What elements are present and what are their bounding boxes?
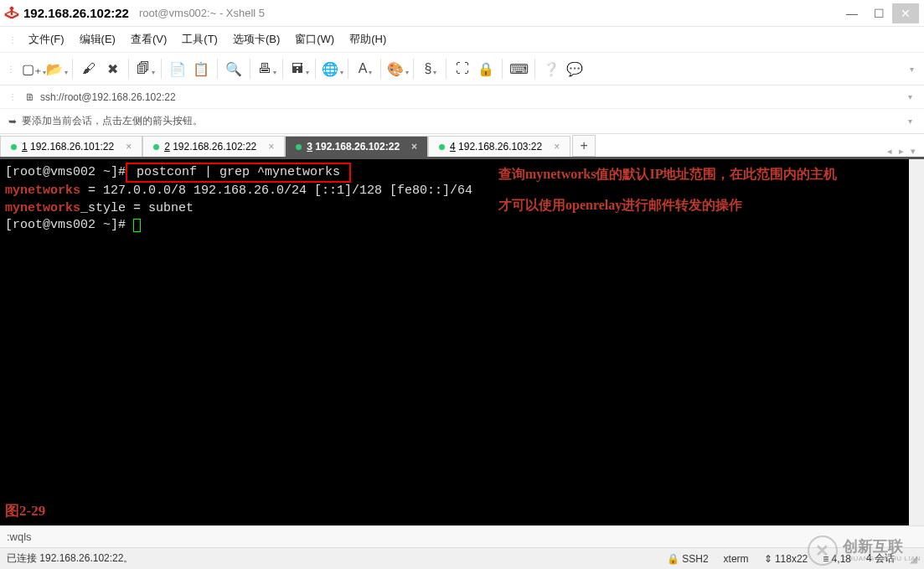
- figure-label: 图2-29: [5, 501, 45, 520]
- lock-icon[interactable]: 🔒: [475, 58, 497, 80]
- properties-icon[interactable]: 🗐: [134, 58, 156, 80]
- title-app: root@vms002:~ - Xshell 5: [139, 7, 265, 19]
- tab-label: 4 192.168.26.103:22: [450, 141, 542, 153]
- addressbar-overflow-icon[interactable]: ▾: [908, 92, 916, 101]
- copy-icon[interactable]: 📄: [167, 58, 188, 80]
- sessionbar-overflow-icon[interactable]: ▾: [908, 116, 916, 126]
- output-text: _style = subnet: [80, 201, 194, 215]
- add-tab-button[interactable]: +: [572, 135, 596, 157]
- open-icon[interactable]: 📂: [45, 58, 67, 80]
- tab-next-icon[interactable]: ▸: [899, 146, 904, 157]
- tab-close-icon[interactable]: ×: [268, 141, 274, 153]
- reconnect-icon[interactable]: 🖌: [78, 58, 100, 80]
- prompt: [root@vms002 ~]#: [5, 218, 133, 232]
- close-button[interactable]: ✕: [892, 3, 919, 23]
- toolbar-separator: [250, 59, 250, 79]
- toolbar-separator: [128, 59, 129, 79]
- menu-help[interactable]: 帮助(H): [343, 29, 393, 49]
- transfer-icon[interactable]: 🖬: [288, 58, 310, 80]
- menu-edit[interactable]: 编辑(E): [73, 29, 122, 49]
- toolbar-handle-icon: ⋮: [7, 65, 15, 74]
- fullscreen-icon[interactable]: ⛶: [452, 58, 473, 80]
- new-session-icon[interactable]: ▢₊: [22, 58, 44, 80]
- title-host: 192.168.26.102:22: [23, 6, 129, 20]
- scrollbar-thumb[interactable]: [911, 159, 921, 251]
- session-tab-1[interactable]: 1 192.168.26.101:22×: [0, 136, 142, 157]
- toolbar-separator: [72, 59, 73, 79]
- terminal-scrollbar[interactable]: [909, 159, 924, 525]
- annotation-text: 查询mynetworks值的默认IP地址范围，在此范围内的主机才可以使用open…: [498, 159, 850, 221]
- help-icon[interactable]: ❔: [540, 58, 562, 80]
- menu-tools[interactable]: 工具(T): [175, 29, 225, 49]
- minimize-button[interactable]: —: [839, 3, 865, 23]
- session-tab-3[interactable]: 3 192.168.26.102:22×: [285, 136, 428, 157]
- tab-label: 2 192.168.26.102:22: [164, 141, 256, 153]
- toolbar-separator: [217, 59, 218, 79]
- addressbar-handle-icon: ⋮: [8, 92, 17, 101]
- toolbar-separator: [380, 59, 381, 79]
- print-icon[interactable]: 🖶: [256, 58, 277, 80]
- status-size: ⇕ 118x22: [764, 553, 808, 565]
- status-protocol: 🔒 SSH2: [667, 553, 709, 565]
- chat-icon[interactable]: 💬: [564, 58, 586, 80]
- tabs-bar: 1 192.168.26.101:22×2 192.168.26.102:22×…: [0, 134, 924, 159]
- toolbar-overflow-icon[interactable]: ▾: [910, 65, 917, 74]
- status-connection: 已连接 192.168.26.102:22。: [7, 551, 133, 566]
- toolbar-separator: [161, 59, 162, 79]
- toolbar-separator: [502, 59, 503, 79]
- session-hint-bar: ➥ 要添加当前会话，点击左侧的箭头按钮。 ▾: [0, 109, 924, 134]
- status-sessions: 4 会话: [866, 551, 895, 566]
- toolbar: ⋮ ▢₊📂🖌✖🗐📄📋🔍🖶🖬🌐A🎨§⛶🔒⌨❔💬 ▾: [0, 52, 924, 85]
- tab-close-icon[interactable]: ×: [126, 141, 132, 153]
- tab-status-dot-icon: [439, 144, 445, 150]
- output-text: = 127.0.0.0/8 192.168.26.0/24 [::1]/128 …: [80, 184, 472, 198]
- tab-close-icon[interactable]: ×: [411, 141, 417, 153]
- addressbar: ⋮ 🗎 ssh://root@192.168.26.102:22 ▾: [0, 85, 924, 109]
- toolbar-separator: [446, 59, 447, 79]
- titlebar: 🕹 192.168.26.102:22 root@vms002:~ - Xshe…: [0, 0, 924, 27]
- app-logo-icon: 🕹: [5, 6, 18, 21]
- command-input-bar[interactable]: :wqls: [0, 525, 924, 547]
- output-keyword: mynetworks: [5, 201, 80, 215]
- encoding-icon[interactable]: §: [419, 58, 441, 80]
- status-cursor-pos: ≡ 4,18: [823, 553, 851, 565]
- toolbar-separator: [413, 59, 414, 79]
- tab-prev-icon[interactable]: ◂: [887, 146, 892, 157]
- session-tab-2[interactable]: 2 192.168.26.102:22×: [142, 136, 285, 157]
- tab-label: 3 192.168.26.102:22: [307, 141, 400, 153]
- tab-status-dot-icon: [153, 144, 159, 150]
- output-keyword: mynetworks: [5, 184, 80, 198]
- addressbar-protocol-icon: 🗎: [25, 91, 35, 103]
- menu-view[interactable]: 查看(V): [124, 29, 173, 49]
- statusbar: 已连接 192.168.26.102:22。 🔒 SSH2 xterm ⇕ 11…: [0, 547, 924, 569]
- tab-status-dot-icon: [11, 144, 17, 150]
- toolbar-separator: [348, 59, 348, 79]
- disconnect-icon[interactable]: ✖: [101, 58, 123, 80]
- keyboard-icon[interactable]: ⌨: [508, 58, 529, 80]
- font-icon[interactable]: A: [354, 58, 375, 80]
- globe-icon[interactable]: 🌐: [321, 58, 343, 80]
- highlighted-command: postconf | grep ^mynetworks: [126, 163, 351, 183]
- find-icon[interactable]: 🔍: [223, 58, 245, 80]
- toolbar-separator: [282, 59, 283, 79]
- tab-close-icon[interactable]: ×: [554, 141, 560, 153]
- addressbar-url[interactable]: ssh://root@192.168.26.102:22: [40, 91, 903, 103]
- command-input-text: :wqls: [7, 530, 32, 543]
- toolbar-separator: [534, 59, 535, 79]
- tab-label: 1 192.168.26.101:22: [22, 141, 114, 153]
- session-add-arrow-icon[interactable]: ➥: [8, 116, 17, 127]
- color-icon[interactable]: 🎨: [386, 58, 408, 80]
- terminal[interactable]: [root@vms002 ~]# postconf | grep ^mynetw…: [0, 159, 924, 525]
- paste-icon[interactable]: 📋: [190, 58, 212, 80]
- menubar-handle-icon: ⋮: [8, 35, 17, 44]
- menu-window[interactable]: 窗口(W): [288, 29, 341, 49]
- menu-tabs[interactable]: 选项卡(B): [226, 29, 286, 49]
- session-tab-4[interactable]: 4 192.168.26.103:22×: [428, 136, 570, 157]
- maximize-button[interactable]: ☐: [865, 3, 892, 23]
- prompt: [root@vms002 ~]#: [5, 165, 126, 179]
- tab-status-dot-icon: [296, 144, 302, 150]
- toolbar-separator: [315, 59, 316, 79]
- status-resize-grip-icon[interactable]: ◢: [910, 553, 917, 565]
- tab-list-icon[interactable]: ▾: [911, 146, 916, 157]
- menu-file[interactable]: 文件(F): [22, 29, 71, 49]
